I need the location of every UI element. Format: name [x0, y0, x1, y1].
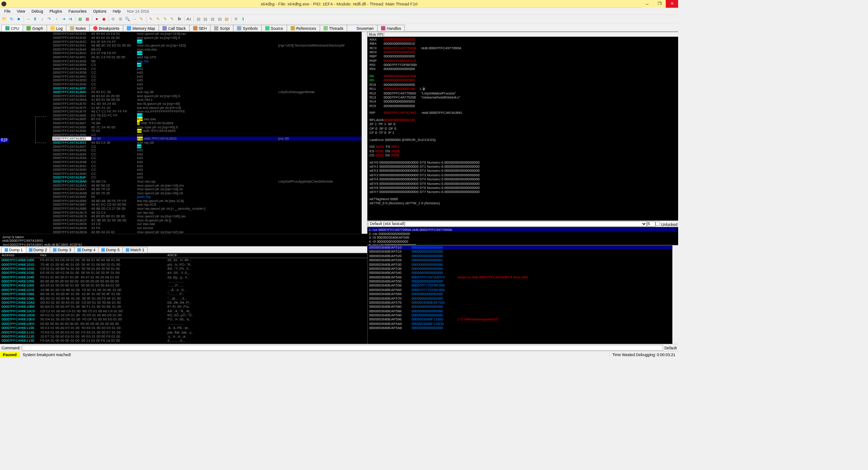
disasm-row[interactable]: 00007FFC497A1BBE48 8B 05 C3 27 08 00mov …: [52, 207, 362, 211]
menu-file[interactable]: File: [1, 8, 13, 14]
tab-seh[interactable]: SEH: [189, 25, 211, 32]
disasm-row[interactable]: 00007FFC497A1B8778 0Ajs ntdll.7FFC497A1B…: [52, 121, 362, 125]
disasm-row[interactable]: 00007FFC497A1B99CCint3: [52, 152, 362, 156]
minimize-button[interactable]: ─: [641, 0, 653, 8]
bp-icon[interactable]: ◉: [101, 16, 107, 22]
disasm-row[interactable]: 00007FFC497A1B8E75 03jne ntdll.7FFC497A1…: [52, 129, 362, 133]
view1-icon[interactable]: ▤: [203, 16, 209, 22]
disasm-row[interactable]: 00007FFC497A1B97C3ret: [52, 145, 362, 149]
disasm-row[interactable]: 00007FFC497A1B4CE8 2F FB F8 FFcall: [52, 51, 362, 55]
disasm-row[interactable]: 00007FFC497A1B5BCCint3: [52, 70, 362, 75]
disasm-row[interactable]: 00007FFC497A1BD833 F6xor esi,esi: [52, 226, 362, 230]
close-button[interactable]: ✕: [666, 0, 678, 8]
menu-favourites[interactable]: Favourites: [66, 8, 90, 14]
search-icon[interactable]: 🔍: [124, 16, 131, 22]
disasm-row[interactable]: 00007FFC497A1B5DCCint3: [52, 78, 362, 82]
trace-icon[interactable]: ▦: [77, 16, 83, 22]
tab-symbols[interactable]: Symbols: [233, 25, 262, 32]
open-icon[interactable]: 📁: [1, 16, 8, 22]
trace2-icon[interactable]: ▦: [84, 16, 90, 22]
comment-icon[interactable]: ✎: [138, 16, 145, 22]
disasm-row[interactable]: 00007FFC497A1B585Bpop rbx: [52, 59, 362, 63]
menu-options[interactable]: Options: [90, 8, 109, 14]
step-into-icon[interactable]: ↓: [39, 16, 46, 22]
disasm-row[interactable]: 00007FFC497A1B5CCCint3: [52, 75, 362, 79]
disasm-row[interactable]: 00007FFC497A1BC848 89 85 B0 01 00 00mov …: [52, 214, 362, 218]
registers-panel[interactable]: Hide FPU RAX0000000000000000RBX000000000…: [368, 32, 679, 220]
run-till-icon[interactable]: ⇉: [67, 16, 74, 22]
view4-icon[interactable]: ▤: [224, 16, 230, 22]
disasm-row[interactable]: 00007FFC497A1B6A41 B9 01 00 00 00mov r9d…: [52, 98, 362, 102]
hl3-icon[interactable]: ✎: [162, 16, 169, 22]
tab-breakpoints[interactable]: Breakpoints: [90, 25, 123, 32]
command-input[interactable]: [22, 345, 663, 351]
tab-call-stack[interactable]: Call Stack: [159, 25, 189, 32]
view3-icon[interactable]: ▤: [217, 16, 223, 22]
menu-debug[interactable]: Debug: [29, 8, 46, 14]
run-to-icon[interactable]: ⇥: [61, 16, 67, 22]
tab-log[interactable]: Log: [47, 25, 66, 32]
disasm-scrollbar[interactable]: [362, 32, 368, 234]
fx-icon[interactable]: fx: [176, 16, 183, 22]
disasm-row[interactable]: 00007FFC497A1B7948 C7 C1 FE FF FF FFmov …: [52, 109, 362, 113]
record-icon[interactable]: ●: [94, 16, 100, 22]
stop-icon[interactable]: ■: [15, 16, 22, 22]
stack-view[interactable]: 0000003680EAF510000000000000000900000036…: [368, 245, 673, 344]
hide-fpu-link[interactable]: Hide FPU: [368, 32, 679, 37]
menu-plugins[interactable]: Plugins: [47, 8, 65, 14]
disasm-row[interactable]: 00007FFC497A1B9ACCint3: [52, 156, 362, 160]
disasm-row[interactable]: 00007FFC497A1BAB48 89 78 20mov qword ptr…: [52, 191, 362, 195]
command-default[interactable]: Default: [665, 345, 677, 349]
tab-memory-map[interactable]: Memory Map: [123, 25, 159, 32]
disasm-row[interactable]: 00007FFC497A1B9CCCint3: [52, 164, 362, 168]
tab-references[interactable]: References: [287, 25, 320, 32]
menu-help[interactable]: Help: [110, 8, 123, 14]
dump-tab-0[interactable]: Dump 1: [1, 247, 26, 253]
disasm-row[interactable]: 00007FFC497A1B3CE8 2F E5 F9 FFcall: [52, 40, 362, 44]
disasm-row[interactable]: 00007FFC497A1BB748 81 EC C0 02 00 00sub …: [52, 202, 362, 207]
disasm-row[interactable]: 00007FFC497A1B98CCint3: [52, 148, 362, 152]
dump-tab-5[interactable]: Watch 1: [123, 247, 147, 253]
disasm-row[interactable]: 00007FFC497A1B6448 83 64 24 20 00and qwo…: [52, 94, 362, 98]
disasm-row[interactable]: 00007FFC497A1B80E8 7B ED FC FFcall: [52, 113, 362, 118]
disasm-row[interactable]: 00007FFC497A1BA748 89 70 18mov qword ptr…: [52, 187, 362, 191]
disasm-row[interactable]: 00007FFC497A1B4148 8B 8C 24 E0 01 00 00m…: [52, 43, 362, 47]
disasm-row[interactable]: 00007FFC497A1B9ECCint3: [52, 172, 362, 176]
settings-icon[interactable]: ⚙: [233, 16, 240, 22]
goto-icon[interactable]: →: [132, 16, 138, 22]
dump-tab-3[interactable]: Dump 4: [74, 247, 99, 253]
disasm-row[interactable]: 00007FFC497A1B9FCCint3: [52, 175, 362, 179]
dump-tab-4[interactable]: Dump 5: [98, 247, 123, 253]
disasm-row[interactable]: 00007FFC497A1B9BCCint3: [52, 160, 362, 164]
tab-snowman[interactable]: Snowman: [347, 25, 377, 32]
disasm-row[interactable]: 00007FFC497A1BA348 89 58 10mov qword ptr…: [52, 183, 362, 187]
tab-notes[interactable]: Notes: [66, 25, 90, 32]
tab-cpu[interactable]: CPU: [1, 25, 23, 32]
patch-icon[interactable]: ⧉: [110, 16, 117, 22]
about-icon[interactable]: ℹ: [240, 16, 246, 22]
tab-handles[interactable]: Handles: [377, 25, 405, 32]
disasm-row[interactable]: 00007FFC497A1B9DCCint3: [52, 168, 362, 172]
tab-source[interactable]: Source: [261, 25, 287, 32]
disasm-row[interactable]: 00007FFC497A1B90CCint3: [52, 133, 362, 137]
hl4-icon[interactable]: ✎: [169, 16, 175, 22]
step-out-icon[interactable]: ↑: [53, 16, 60, 22]
disasm-row[interactable]: 00007FFC497A1BAF55push rbp: [52, 195, 362, 199]
disasm-row[interactable]: 00007FFC497A1B9348 83 C4 38add rsp,38: [52, 141, 362, 145]
disasm-row[interactable]: 00007FFC497A1BD633 C0xor eax,eax: [52, 222, 362, 226]
disasm-row[interactable]: 00007FFC497A1B6048 83 EC 38sub rsp,38Ldr…: [52, 90, 362, 94]
arg-count-input[interactable]: [647, 221, 656, 227]
unlocked-checkbox[interactable]: Unlocked: [656, 221, 677, 226]
menu-view[interactable]: View: [14, 8, 28, 14]
pause-icon[interactable]: ⏸: [32, 16, 38, 22]
font-icon[interactable]: A↕: [186, 16, 192, 22]
disasm-row[interactable]: 00007FFC497A1B7541 8D 51 10lea edx,dword…: [52, 106, 362, 110]
dump-tab-1[interactable]: Dump 2: [26, 247, 50, 253]
disasm-row[interactable]: 00007FFC497A1B8980 7C 24 40 00cmp byte p…: [52, 125, 362, 129]
dump-view[interactable]: 00007FFC496E1000F0 45 01 00 D0 49 01 00 …: [0, 258, 368, 344]
disasm-row[interactable]: 00007FFC497A1B91EB 00jmp ntdll.7FFC497A1…: [52, 136, 362, 141]
tab-threads[interactable]: Threads: [320, 25, 347, 32]
disasm-row[interactable]: 00007FFC497A1B3648 83 64 24 20 00and qwo…: [52, 36, 362, 40]
stack-scrollbar[interactable]: [673, 245, 679, 344]
calc-icon[interactable]: ▤: [195, 16, 202, 22]
